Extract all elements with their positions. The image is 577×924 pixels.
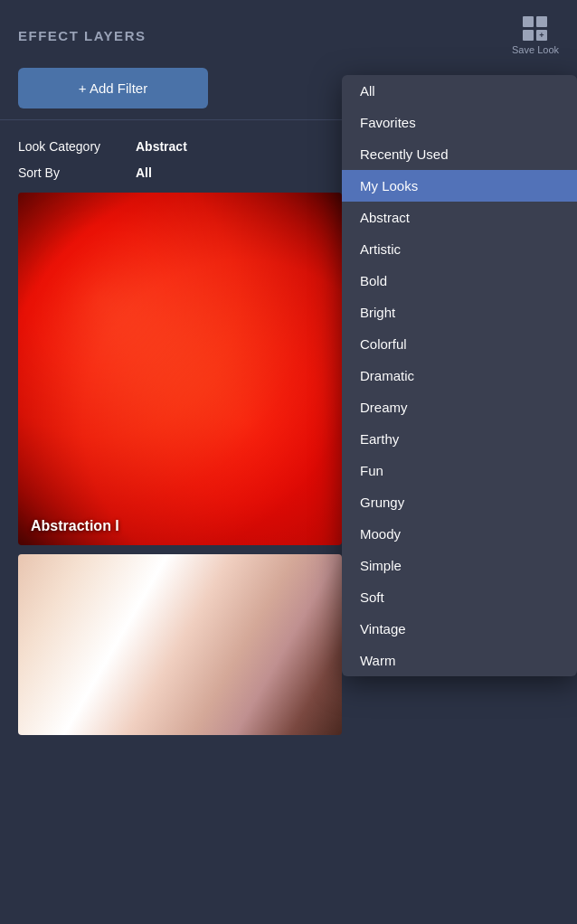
dropdown-item-simple[interactable]: Simple <box>342 550 577 581</box>
dropdown-item-vintage[interactable]: Vintage <box>342 613 577 645</box>
dropdown-item-moody[interactable]: Moody <box>342 518 577 550</box>
main-content: Abstraction I AllFavoritesRecently UsedM… <box>0 193 577 735</box>
add-filter-button[interactable]: + Add Filter <box>18 68 208 108</box>
dropdown-item-recently-used[interactable]: Recently Used <box>342 138 577 170</box>
category-dropdown: AllFavoritesRecently UsedMy LooksAbstrac… <box>342 75 577 676</box>
save-look-label: Save Look <box>512 44 559 55</box>
dropdown-item-soft[interactable]: Soft <box>342 581 577 613</box>
dropdown-item-grungy[interactable]: Grungy <box>342 486 577 518</box>
header: EFFECT LAYERS + Save Look <box>0 0 577 68</box>
dropdown-item-fun[interactable]: Fun <box>342 455 577 486</box>
dropdown-item-my-looks[interactable]: My Looks <box>342 170 577 202</box>
dropdown-item-bright[interactable]: Bright <box>342 297 577 328</box>
dropdown-item-colorful[interactable]: Colorful <box>342 328 577 360</box>
dropdown-item-earthy[interactable]: Earthy <box>342 423 577 455</box>
dropdown-item-artistic[interactable]: Artistic <box>342 233 577 265</box>
category-label: Look Category <box>18 139 136 154</box>
image-card-2[interactable] <box>18 554 342 735</box>
dropdown-item-warm[interactable]: Warm <box>342 645 577 676</box>
image-card-1[interactable]: Abstraction I <box>18 193 342 545</box>
dropdown-item-dreamy[interactable]: Dreamy <box>342 391 577 423</box>
dropdown-item-all[interactable]: All <box>342 75 577 107</box>
image-card-1-label: Abstraction I <box>31 518 119 534</box>
dropdown-item-dramatic[interactable]: Dramatic <box>342 360 577 391</box>
page-title: EFFECT LAYERS <box>18 28 146 43</box>
image-grid: Abstraction I <box>18 193 362 735</box>
dropdown-item-favorites[interactable]: Favorites <box>342 107 577 138</box>
save-look-icon: + <box>523 16 548 42</box>
dropdown-item-abstract[interactable]: Abstract <box>342 202 577 233</box>
flamingo-image <box>18 193 342 545</box>
sort-label: Sort By <box>18 165 136 180</box>
save-look-button[interactable]: + Save Look <box>512 16 559 55</box>
dropdown-item-bold[interactable]: Bold <box>342 265 577 297</box>
